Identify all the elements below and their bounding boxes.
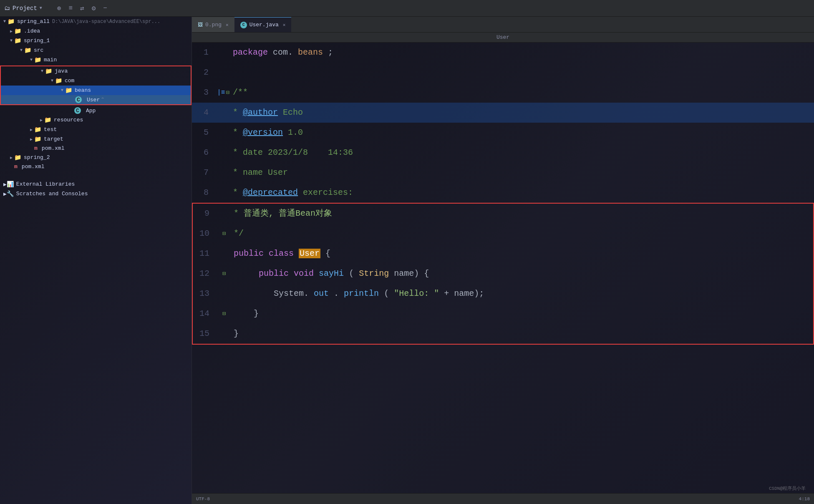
kw-class: class: [269, 249, 294, 258]
comment-10: */: [234, 229, 244, 238]
structure-icon[interactable]: ≡: [68, 5, 73, 12]
code-content-12: public void sayHi ( String name) {: [230, 264, 813, 284]
line-num-1: 1: [192, 43, 217, 63]
tab-png[interactable]: 🖼 0.png ✕: [192, 17, 234, 32]
line-num-15: 15: [193, 324, 218, 344]
line-num-5: 5: [192, 123, 217, 143]
watermark: CSDN@程序员小羊: [769, 485, 806, 491]
code-line-7: 7 * name User: [192, 163, 814, 183]
code-content-15: }: [230, 324, 813, 344]
minimize-icon[interactable]: −: [103, 5, 107, 12]
fold-close-14[interactable]: ⊟: [222, 304, 226, 324]
code-line-3: 3 |≡ ⊟ /**: [192, 83, 814, 103]
arrow-main: ▼: [30, 58, 33, 62]
line-num-7: 7: [192, 163, 217, 183]
tree-item-external-libraries[interactable]: ▶ 📊 External Libraries: [0, 179, 192, 189]
tab-java[interactable]: C User.java ✕: [234, 17, 292, 32]
arrow-src: ▼: [20, 48, 23, 53]
status-encoding: UTF-8: [196, 496, 210, 501]
tab-png-close[interactable]: ✕: [226, 22, 229, 28]
code-content-5: * @version 1.0: [229, 123, 814, 143]
tree-item-pom1[interactable]: m pom.xml: [0, 144, 192, 153]
tree-item-src[interactable]: ▼ 📁 src: [0, 45, 192, 55]
arrow-scratches: ▶: [3, 191, 7, 197]
code-editor[interactable]: 1 package com. beans ; 2 3 |≡: [192, 43, 814, 493]
align-icon: |≡: [217, 83, 225, 103]
fold-close-10[interactable]: ⊟: [222, 224, 226, 244]
breadcrumb-user: User: [496, 34, 509, 40]
folder-icon-beans: 📁: [65, 87, 72, 94]
png-icon: 🖼: [198, 22, 203, 28]
tab-java-close[interactable]: ✕: [283, 22, 286, 28]
tree-item-spring1[interactable]: ▼ 📁 spring_1: [0, 36, 192, 45]
gutter-14: ⊟: [218, 304, 230, 324]
code-content-6: * date 2023/1/8 14:36: [229, 143, 814, 163]
tree-item-test[interactable]: ▶ 📁 test: [0, 125, 192, 134]
tree-item-pom2[interactable]: m pom.xml: [0, 162, 192, 171]
comment-3: /**: [233, 88, 248, 97]
code-content-3: /**: [229, 83, 814, 103]
status-caret: 4:18: [799, 496, 810, 501]
tree-item-beans[interactable]: ▼ 📁 beans: [1, 86, 191, 95]
navigate-icon[interactable]: ⊕: [57, 4, 61, 13]
line-num-3: 3: [192, 83, 217, 103]
project-label: Project: [13, 5, 37, 12]
path-spring-all: D:\JAVA\java-space\AdvancedEE\spr...: [52, 19, 160, 25]
icon-external: 📊: [7, 181, 14, 188]
plain-13a: .: [334, 289, 339, 298]
status-bar: UTF-8 4:18: [192, 493, 814, 504]
label-pom1: pom.xml: [42, 145, 65, 151]
dropdown-arrow[interactable]: ▼: [40, 6, 42, 10]
plain-12c: (: [349, 269, 354, 278]
label-java: java: [55, 68, 68, 74]
fn-sayhi: sayHi: [319, 269, 344, 278]
tree-item-spring2[interactable]: ▶ 📁 spring_2: [0, 153, 192, 162]
kw-void: void: [294, 269, 314, 278]
indent-12: [234, 269, 254, 278]
tree-item-java[interactable]: ▼ 📁 java: [1, 66, 191, 76]
tree-item-user[interactable]: C User ꜙ: [1, 95, 191, 104]
tree-item-resources[interactable]: ▶ 📁 resources: [0, 115, 192, 125]
editor-area: 🖼 0.png ✕ C User.java ✕ User 1 package: [192, 17, 814, 504]
tree-item-app[interactable]: C App: [0, 106, 192, 115]
label-spring-all: spring_all: [17, 18, 50, 25]
settings-icon[interactable]: ⚙: [92, 4, 96, 13]
line-num-10: 10: [193, 224, 218, 244]
code-content-8: * @deprecated exercises:: [229, 183, 814, 203]
title-bar-project[interactable]: 🗂 Project ▼: [4, 5, 42, 12]
arrow-resources: ▶: [40, 118, 43, 123]
semi-1: ;: [328, 48, 333, 57]
fold-open-3[interactable]: ⊟: [226, 83, 229, 103]
label-main: main: [44, 57, 57, 63]
label-spring1: spring_1: [24, 38, 50, 44]
label-beans: beans: [75, 87, 91, 93]
sidebar: ▼ 📁 spring_all D:\JAVA\java-space\Advanc…: [0, 17, 192, 504]
tree-item-main[interactable]: ▼ 📁 main: [0, 55, 192, 65]
plain-12d: name) {: [394, 269, 429, 278]
tree-item-target[interactable]: ▶ 📁 target: [0, 134, 192, 144]
plain-1: com.: [273, 48, 293, 57]
comment-7: * name User: [233, 168, 288, 177]
fold-close-12[interactable]: ⊟: [222, 264, 226, 284]
comment-5a: *: [233, 128, 243, 137]
code-line-9: 9 * 普通类, 普通Bean对象: [193, 204, 813, 224]
tree-item-com[interactable]: ▼ 📁 com: [1, 76, 191, 86]
kw-public-11: public: [234, 249, 264, 258]
xml-icon-pom1: m: [34, 145, 38, 151]
red-box-code: 9 * 普通类, 普通Bean对象 10 ⊟ */: [192, 203, 814, 345]
label-app: App: [86, 108, 96, 114]
folder-icon-com: 📁: [55, 77, 62, 84]
tree-item-idea[interactable]: ▶ 📁 .idea: [0, 26, 192, 36]
label-scratches: Scratches and Consoles: [16, 191, 88, 197]
line-num-4: 4: [192, 103, 217, 123]
xml-icon-pom2: m: [14, 164, 18, 170]
arrow-java: ▼: [41, 69, 43, 73]
line-num-11: 11: [193, 244, 218, 264]
tree-item-scratches[interactable]: ▶ 🔧 Scratches and Consoles: [0, 189, 192, 199]
tree-item-spring-all[interactable]: ▼ 📁 spring_all D:\JAVA\java-space\Advanc…: [0, 17, 192, 26]
label-user-file: User: [87, 97, 100, 103]
comment-4b: Echo: [283, 108, 303, 117]
fn-out: out: [314, 289, 329, 298]
compare-icon[interactable]: ⇄: [80, 4, 84, 13]
code-content-13: System. out . println ( "Hello: " + name…: [230, 284, 813, 304]
